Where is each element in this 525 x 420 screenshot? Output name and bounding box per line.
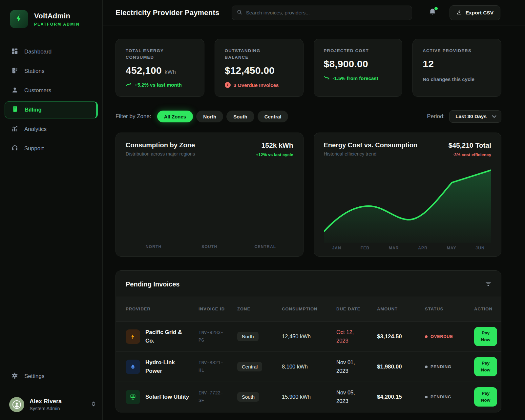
invoice-row-pacific-grid: Pacific Grid & Co. INV-9283-PG North 12,… (116, 322, 501, 352)
filter-label: Filter by Zone: (116, 113, 151, 120)
pending-invoices-card: Pending Invoices Provider Invoice ID Zon… (116, 270, 501, 412)
chevron-up-down-icon[interactable] (91, 401, 96, 409)
zone-filter-north[interactable]: North (196, 111, 223, 122)
consumption-value: 8,100 kWh (282, 364, 336, 370)
sidebar-item-analytics[interactable]: Analytics (5, 121, 98, 138)
charging-station-icon (11, 67, 18, 76)
col-zone: Zone (237, 306, 267, 312)
due-date: Nov 05, 2023 (336, 388, 367, 405)
download-icon (456, 10, 462, 16)
sidebar-item-label: Dashboard (24, 49, 52, 55)
col-invoice-id: Invoice ID (199, 306, 229, 312)
stat-label: OUTSTANDING BALANCE (225, 48, 284, 61)
axis-label-north: NORTH (126, 244, 181, 249)
trend-down-icon (324, 75, 330, 81)
consumption-by-zone-chart: Consumption by Zone Distribution across … (116, 133, 304, 257)
brand-logo (10, 10, 28, 28)
notification-bell-icon[interactable] (429, 8, 436, 18)
chart-icon (11, 125, 18, 134)
sidebar-item-label: Settings (24, 373, 44, 380)
col-due-date: Due Date (336, 306, 367, 312)
chart-delta: -3% cost efficiency (449, 152, 491, 157)
chart-subtitle: Historical efficiency trend (324, 151, 418, 157)
chart-title: Consumption by Zone (126, 141, 195, 149)
sidebar-item-dashboard[interactable]: Dashboard (5, 43, 98, 60)
invoice-id: INV-7722-SF (199, 389, 224, 404)
charts-row: Consumption by Zone Distribution across … (116, 133, 501, 257)
bar-plot-area (126, 157, 293, 244)
sidebar-menu: Dashboard Stations Customers Billing (0, 43, 102, 157)
avatar (9, 397, 24, 412)
invoice-row-solarflow: SolarFlow Utility INV-7722-SF South 15,9… (116, 382, 501, 412)
axis-label-may: MAY (447, 246, 456, 250)
stat-label: TOTAL ENERGY CONSUMED (126, 48, 185, 61)
search-box[interactable] (232, 6, 412, 20)
sidebar-item-label: Billing (25, 107, 42, 113)
search-icon (237, 9, 242, 16)
axis-label-south: SOUTH (181, 244, 237, 249)
due-date: Nov 01, 2023 (336, 358, 367, 375)
export-csv-label: Export CSV (466, 10, 494, 16)
pay-now-button[interactable]: Pay Now (474, 327, 497, 346)
user-role: System Admin (30, 406, 62, 411)
stat-value: 12 (423, 58, 434, 70)
table-header-row: Provider Invoice ID Zone Consumption Due… (116, 297, 501, 322)
zone-filter-all-zones[interactable]: All Zones (157, 111, 193, 122)
sidebar-item-settings[interactable]: Settings (5, 368, 98, 385)
axis-label-mar: MAR (389, 246, 399, 250)
sidebar-item-label: Support (24, 145, 44, 152)
stat-card-total-energy: TOTAL ENERGY CONSUMED 452,100 kWh +5.2% … (116, 39, 204, 97)
chart-title: Energy Cost vs. Consumption (324, 141, 418, 149)
amount-value: $3,124.50 (377, 333, 425, 340)
lightning-bolt-icon (14, 13, 24, 25)
app-root: VoltAdmin PLATFORM ADMIN Dashboard Stati… (0, 0, 525, 420)
col-action: Action (474, 306, 493, 312)
zone-badge: North (237, 332, 259, 341)
due-date: Oct 12, 2023 (336, 328, 367, 345)
trend-line-svg (324, 165, 492, 243)
sidebar-item-stations[interactable]: Stations (5, 63, 98, 80)
stat-value: $8,900.00 (324, 58, 368, 70)
period-select[interactable]: Last 30 Days (449, 110, 501, 123)
stat-value: 452,100 (126, 65, 162, 76)
consumption-value: 12,450 kWh (282, 333, 336, 340)
table-title: Pending Invoices (126, 281, 179, 288)
zone-filter-central[interactable]: Central (258, 111, 288, 122)
axis-label-jun: JUN (475, 246, 485, 250)
pay-now-button[interactable]: Pay Now (474, 357, 497, 376)
provider-name: Pacific Grid & Co. (145, 328, 191, 345)
content: TOTAL ENERGY CONSUMED 452,100 kWh +5.2% … (103, 26, 525, 412)
export-csv-button[interactable]: Export CSV (450, 5, 500, 20)
stat-value: $12,450.00 (225, 65, 275, 76)
sidebar-item-billing[interactable]: Billing (5, 101, 98, 118)
chart-delta: +12% vs last cycle (256, 152, 293, 157)
provider-name: SolarFlow Utility (145, 393, 189, 401)
top-bar: Electricity Provider Payments Export CSV (103, 0, 525, 26)
invoice-row-hydro-link: Hydro-Link Power INV-8821-HL Central 8,1… (116, 352, 501, 382)
amount-value: $1,980.00 (377, 364, 425, 370)
alert-circle-icon: i (225, 82, 231, 88)
filter-row: Filter by Zone: All Zones North South Ce… (116, 110, 501, 123)
axis-label-jan: JAN (332, 246, 342, 250)
status-dot (425, 396, 428, 398)
stat-cards: TOTAL ENERGY CONSUMED 452,100 kWh +5.2% … (116, 39, 501, 97)
sidebar-item-support[interactable]: Support (5, 140, 98, 157)
consumption-value: 15,900 kWh (282, 394, 336, 400)
status-badge: PENDING (425, 394, 474, 399)
zone-filter-south[interactable]: South (226, 111, 254, 122)
bolt-icon (126, 329, 140, 344)
search-input[interactable] (246, 10, 407, 16)
sidebar-item-label: Customers (24, 87, 51, 94)
period-value: Last 30 Days (455, 114, 487, 119)
filter-icon[interactable] (485, 281, 491, 288)
solar-panel-icon (126, 390, 140, 404)
pay-now-button[interactable]: Pay Now (474, 387, 497, 407)
line-x-axis: JAN FEB MAR APR MAY JUN (324, 243, 492, 250)
page-title: Electricity Provider Payments (116, 9, 219, 17)
user-name: Alex Rivera (30, 398, 62, 405)
status-badge: PENDING (425, 364, 474, 369)
axis-label-central: CENTRAL (237, 244, 293, 249)
receipt-icon (11, 106, 19, 115)
sidebar-item-customers[interactable]: Customers (5, 82, 98, 99)
user-card[interactable]: Alex Rivera System Admin (0, 397, 102, 412)
